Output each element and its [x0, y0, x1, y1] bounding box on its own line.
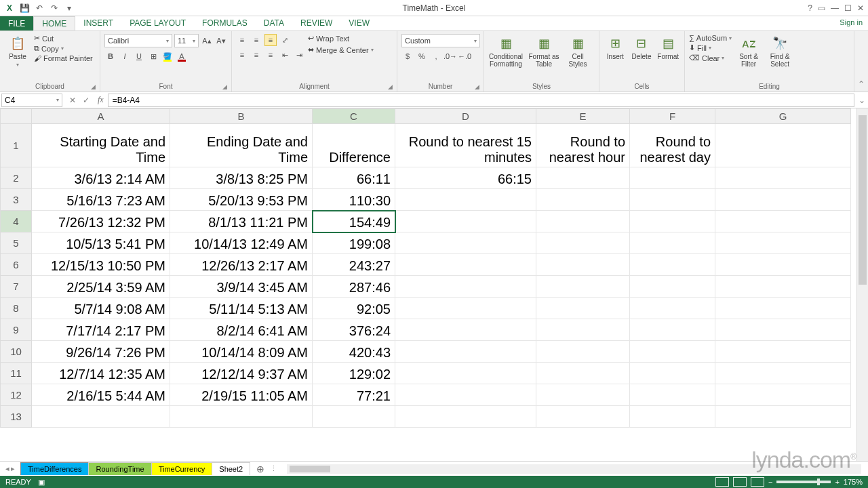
cell-C11[interactable]: 129:02 — [313, 363, 395, 384]
cell-F3[interactable] — [630, 189, 715, 211]
zoom-out-icon[interactable]: − — [768, 478, 772, 486]
row-header-7[interactable]: 7 — [1, 276, 32, 298]
cell-F6[interactable] — [630, 254, 715, 276]
vertical-scrollbar[interactable] — [856, 108, 868, 461]
page-layout-view-icon[interactable] — [733, 477, 747, 487]
fx-icon[interactable]: fx — [98, 95, 104, 105]
clear-button[interactable]: ⌫Clear▾ — [689, 54, 732, 62]
maximize-icon[interactable]: ☐ — [844, 3, 852, 13]
conditional-formatting-button[interactable]: ▦Conditional Formatting — [488, 34, 524, 69]
cell-styles-button[interactable]: ▦Cell Styles — [564, 34, 591, 69]
cell-G6[interactable] — [715, 254, 851, 276]
cell-D7[interactable] — [395, 276, 536, 298]
cell-F10[interactable] — [630, 341, 715, 363]
paste-button[interactable]: 📋 Paste ▾ — [4, 34, 31, 69]
border-button[interactable]: ⊞ — [147, 50, 159, 62]
row-header-3[interactable]: 3 — [1, 189, 32, 211]
tab-data[interactable]: DATA — [256, 16, 292, 30]
cell-C5[interactable]: 199:08 — [313, 232, 395, 254]
cell-A1[interactable]: Starting Date and Time — [32, 124, 170, 167]
ribbon-display-options-icon[interactable]: ▭ — [818, 3, 825, 13]
row-header-8[interactable]: 8 — [1, 298, 32, 319]
cell-D5[interactable] — [395, 232, 536, 254]
cell-C4[interactable]: 154:49 — [313, 211, 395, 232]
cell-G8[interactable] — [715, 298, 851, 319]
row-header-9[interactable]: 9 — [1, 319, 32, 341]
macro-record-icon[interactable]: ▣ — [38, 478, 45, 487]
row-header-2[interactable]: 2 — [1, 167, 32, 189]
cell-D2[interactable]: 66:15 — [395, 167, 536, 189]
tab-view[interactable]: VIEW — [340, 16, 378, 30]
cell-E8[interactable] — [536, 298, 630, 319]
cell-B4[interactable]: 8/1/13 11:21 PM — [170, 211, 313, 232]
cell-D12[interactable] — [395, 384, 536, 406]
cell-C3[interactable]: 110:30 — [313, 189, 395, 211]
cut-button[interactable]: ✂Cut — [34, 34, 93, 43]
delete-cells-button[interactable]: ⊟Delete — [630, 34, 654, 62]
fill-color-button[interactable]: 🪣 — [161, 50, 174, 62]
dialog-launcher-icon[interactable]: ◢ — [222, 83, 227, 90]
cell-E7[interactable] — [536, 276, 630, 298]
zoom-level[interactable]: 175% — [844, 478, 863, 486]
expand-formula-bar-icon[interactable]: ⌄ — [856, 96, 868, 105]
underline-button[interactable]: U — [133, 50, 145, 62]
cell-A11[interactable]: 12/7/14 12:35 AM — [32, 363, 170, 384]
cell-E5[interactable] — [536, 232, 630, 254]
cell-C13[interactable] — [313, 406, 395, 428]
cell-A3[interactable]: 5/16/13 7:23 AM — [32, 189, 170, 211]
tab-file[interactable]: FILE — [0, 16, 33, 30]
cell-B3[interactable]: 5/20/13 9:53 PM — [170, 189, 313, 211]
help-icon[interactable]: ? — [808, 3, 812, 13]
cell-B9[interactable]: 8/2/14 6:41 AM — [170, 319, 313, 341]
cell-C6[interactable]: 243:27 — [313, 254, 395, 276]
cell-F12[interactable] — [630, 384, 715, 406]
cell-B1[interactable]: Ending Date and Time — [170, 124, 313, 167]
sheet-tab-sheet2[interactable]: Sheet2 — [212, 462, 250, 475]
align-bottom-icon[interactable]: ≡ — [264, 34, 277, 46]
cell-D4[interactable] — [395, 211, 536, 232]
row-header-12[interactable]: 12 — [1, 384, 32, 406]
wrap-text-button[interactable]: ↩Wrap Text — [308, 34, 374, 43]
sheet-tab-timecurrency[interactable]: TimeCurrency — [151, 462, 213, 475]
zoom-slider[interactable] — [776, 481, 831, 483]
increase-decimal-icon[interactable]: .0→ — [444, 50, 456, 62]
cell-D6[interactable] — [395, 254, 536, 276]
cell-G7[interactable] — [715, 276, 851, 298]
dialog-launcher-icon[interactable]: ◢ — [91, 83, 96, 90]
cancel-formula-icon[interactable]: ✕ — [66, 96, 79, 105]
cell-C12[interactable]: 77:21 — [313, 384, 395, 406]
copy-button[interactable]: ⧉Copy▾ — [34, 44, 93, 53]
cell-E3[interactable] — [536, 189, 630, 211]
cell-D1[interactable]: Round to nearest 15 minutes — [395, 124, 536, 167]
column-header-F[interactable]: F — [630, 109, 715, 124]
cell-G2[interactable] — [715, 167, 851, 189]
bold-button[interactable]: B — [104, 50, 117, 62]
sort-filter-button[interactable]: ᴀᴢSort & Filter — [734, 34, 763, 69]
sign-in-link[interactable]: Sign in — [834, 16, 868, 30]
format-painter-button[interactable]: 🖌Format Painter — [34, 54, 93, 62]
cell-F5[interactable] — [630, 232, 715, 254]
row-header-11[interactable]: 11 — [1, 363, 32, 384]
decrease-font-icon[interactable]: A▾ — [215, 35, 227, 47]
align-top-icon[interactable]: ≡ — [236, 34, 248, 46]
find-select-button[interactable]: 🔭Find & Select — [766, 34, 794, 69]
number-format-select[interactable]: Custom▾ — [401, 34, 480, 47]
cell-G4[interactable] — [715, 211, 851, 232]
tab-home[interactable]: HOME — [33, 16, 75, 30]
cell-F1[interactable]: Round to nearest day — [630, 124, 715, 167]
row-header-13[interactable]: 13 — [1, 406, 32, 428]
cell-C8[interactable]: 92:05 — [313, 298, 395, 319]
align-middle-icon[interactable]: ≡ — [250, 34, 262, 46]
cell-A4[interactable]: 7/26/13 12:32 PM — [32, 211, 170, 232]
redo-icon[interactable]: ↷ — [49, 3, 60, 14]
cell-D8[interactable] — [395, 298, 536, 319]
cell-E11[interactable] — [536, 363, 630, 384]
cell-D10[interactable] — [395, 341, 536, 363]
cell-F2[interactable] — [630, 167, 715, 189]
cells-grid[interactable]: ABCDEFG1Starting Date and TimeEnding Dat… — [0, 108, 851, 428]
cell-G5[interactable] — [715, 232, 851, 254]
cell-G1[interactable] — [715, 124, 851, 167]
cell-E13[interactable] — [536, 406, 630, 428]
cell-A9[interactable]: 7/17/14 2:17 PM — [32, 319, 170, 341]
zoom-in-icon[interactable]: + — [835, 478, 839, 486]
